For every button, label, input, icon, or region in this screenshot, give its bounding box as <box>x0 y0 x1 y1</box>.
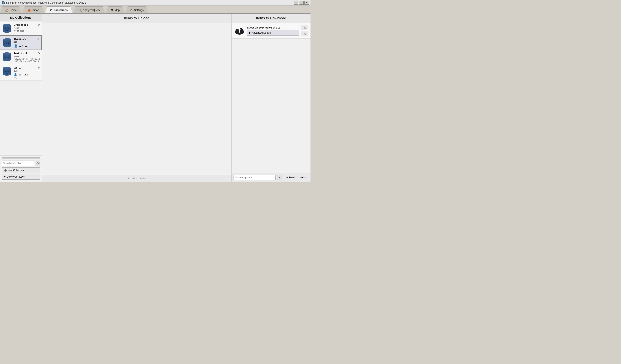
tab-collections-label: Collections <box>53 8 68 12</box>
minimize-button[interactable]: — <box>294 1 298 5</box>
map-icon: 🗺 <box>111 8 113 12</box>
collection-meta-none: None <box>14 27 40 29</box>
main-container: My Collections <box>0 14 310 182</box>
delete-collection-button[interactable]: ✖ Delete Collection <box>2 174 40 180</box>
collection-name: Chris test 1 <box>14 23 28 26</box>
collection-meta-none: None <box>14 55 40 58</box>
tab-home[interactable]: 🏠 Home <box>0 6 22 13</box>
import-icon: 📥 <box>27 8 31 12</box>
collection-meta-images: No images <box>14 30 40 32</box>
collection-name: test 1 <box>14 66 21 69</box>
refresh-uploads-label: Refresh Uploads <box>289 176 307 179</box>
collection-id: Collection ID # fcc57276-aa8b-4f59-962e-… <box>14 58 40 63</box>
settings-icon: ⚙ <box>130 8 133 12</box>
collection-meta-ua: UA <box>14 41 40 43</box>
download-title: guest on 2024-03-06 at 9:24 <box>247 26 299 29</box>
collection-name: Kristina's <box>14 38 26 41</box>
collection-title-row: Test of uplo... ⚙ <box>14 52 40 55</box>
collection-meta-guest: guest <box>14 69 40 72</box>
upload-area <box>42 23 231 175</box>
triangle-icon: ▶ <box>249 31 251 34</box>
upload-status: No tasks running <box>42 175 231 182</box>
refresh-uploads-button[interactable]: ↻ Refresh Uploads <box>284 175 309 180</box>
collection-title-row: test 1 ⚙ <box>14 66 40 69</box>
tabbar: 🏠 Home 📥 Import ⊕ Collections 🔍 Analyze/… <box>0 6 310 14</box>
user-icon: 👤 <box>14 73 17 76</box>
gear-icon[interactable]: ⚙ <box>37 37 40 41</box>
svg-point-22 <box>5 57 6 58</box>
refresh-icon: ↻ <box>286 176 288 179</box>
tab-collections[interactable]: ⊕ Collections <box>45 6 73 13</box>
plus-icon: ➕ <box>4 169 7 172</box>
collection-title-row: Kristina's ⚙ <box>14 37 40 41</box>
collection-db-icon <box>2 37 13 48</box>
list-item[interactable]: test 1 ⚙ guest 👤 ☁↑ ☁↓ te... <box>0 64 42 81</box>
collection-db-icon <box>2 52 12 62</box>
search-uploads-input[interactable] <box>233 175 276 180</box>
right-panel-footer: ✕ ↻ Refresh Uploads <box>232 173 310 182</box>
tab-map-label: Map <box>115 8 120 12</box>
svg-point-6 <box>5 28 6 29</box>
svg-point-14 <box>5 42 7 44</box>
sidebar-bottom: ⌫ ➕ New Collection ✖ Delete Collection <box>0 156 42 182</box>
cloud-upload-icon <box>234 25 245 36</box>
close-button[interactable]: ✕ <box>304 1 309 5</box>
collection-info: Chris test 1 ⚙ None No images <box>14 23 40 32</box>
upload-cloud-icon[interactable]: ☁↑ <box>19 44 23 48</box>
upload-cloud-icon[interactable]: ☁↑ <box>18 73 23 76</box>
home-icon: 🏠 <box>5 8 8 12</box>
collection-meta-te: te... <box>14 76 40 79</box>
tab-settings-label: Settings <box>134 8 143 12</box>
sidebar-header: My Collections <box>0 14 42 21</box>
list-item[interactable]: Test of uplo... ⚙ None Collection ID # f… <box>0 50 42 64</box>
collection-db-icon <box>2 23 12 34</box>
svg-point-23 <box>7 57 9 58</box>
delete-icon: ✖ <box>4 175 6 178</box>
search-clear-button[interactable]: ⌫ <box>35 161 40 166</box>
app-title: Scientific Photo Analysis for Research &… <box>6 1 87 4</box>
new-collection-button[interactable]: ➕ New Collection <box>2 167 40 173</box>
tab-settings[interactable]: ⚙ Settings <box>125 6 149 13</box>
collections-icon: ⊕ <box>50 8 52 12</box>
gear-icon[interactable]: ⚙ <box>37 23 40 26</box>
delete-collection-label: Delete Collection <box>7 175 25 178</box>
collection-info: Test of uplo... ⚙ None Collection ID # f… <box>14 52 40 63</box>
list-item[interactable]: Chris test 1 ⚙ None No images <box>0 21 42 35</box>
download-info: guest on 2024-03-06 at 9:24 ▶ Advanced D… <box>247 26 299 35</box>
list-item[interactable]: Kristina's ⚙ UA 👤 ☁↑ ☁↓ <box>0 35 42 50</box>
scrollbar-track[interactable] <box>2 157 40 159</box>
svg-point-15 <box>8 42 9 44</box>
tab-analyze[interactable]: 🔍 Analyze/Query <box>73 6 105 13</box>
download-panel-header: Items to Download <box>232 14 310 23</box>
gear-icon[interactable]: ⚙ <box>37 52 40 55</box>
advanced-details-button[interactable]: ▶ Advanced Details <box>247 30 299 35</box>
maximize-button[interactable]: □ <box>299 1 304 5</box>
user-icon: 👤 <box>14 44 17 48</box>
titlebar-controls: — □ ✕ <box>294 1 309 5</box>
collection-info: test 1 ⚙ guest 👤 ☁↑ ☁↓ te... <box>14 66 40 79</box>
middle-panel: Items to Upload No tasks running <box>42 14 232 182</box>
analyze-icon: 🔍 <box>78 8 82 12</box>
download-empty-area <box>232 39 310 173</box>
search-collections-input[interactable] <box>2 161 35 166</box>
collection-db-icon <box>2 66 12 76</box>
titlebar: 🔬 Scientific Photo Analysis for Research… <box>0 0 310 6</box>
tab-home-label: Home <box>10 8 17 12</box>
upload-panel-header: Items to Upload <box>42 14 231 23</box>
clear-uploads-search-button[interactable]: ✕ <box>277 175 282 180</box>
collection-icons-row: 👤 ☁↑ ☁↓ <box>14 73 40 76</box>
gear-icon[interactable]: ⚙ <box>37 66 40 69</box>
tab-analyze-label: Analyze/Query <box>83 8 100 12</box>
download-actions <box>301 25 308 36</box>
titlebar-left: 🔬 Scientific Photo Analysis for Research… <box>2 1 87 4</box>
collection-icons-row: 👤 ☁↑ ☁↓ <box>14 44 40 48</box>
tab-import[interactable]: 📥 Import <box>22 6 44 13</box>
download-cloud-icon[interactable]: ☁↓ <box>24 44 29 48</box>
tab-map[interactable]: 🗺 Map <box>105 6 125 13</box>
download-button[interactable] <box>301 31 308 36</box>
sidebar: My Collections <box>0 14 42 182</box>
svg-point-7 <box>7 28 9 29</box>
download-item: guest on 2024-03-06 at 9:24 ▶ Advanced D… <box>232 23 310 39</box>
upload-button[interactable] <box>301 25 308 30</box>
download-cloud-icon[interactable]: ☁↓ <box>24 73 28 76</box>
